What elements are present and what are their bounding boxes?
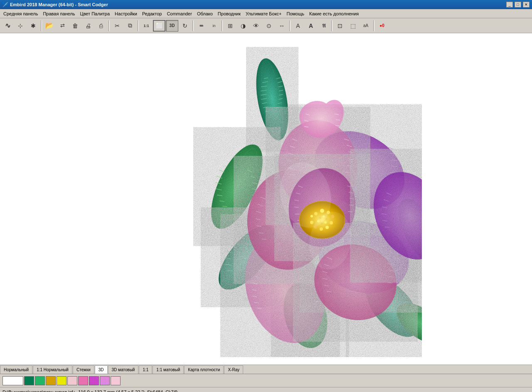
copy-btn[interactable]: ⧉ — [124, 20, 136, 32]
color-swatch-gold[interactable] — [46, 376, 56, 385]
zoom-3d-btn[interactable]: 3D — [166, 20, 178, 32]
tab-density-map[interactable]: Карта плотности — [184, 365, 224, 374]
menu-help[interactable]: Помощь — [284, 10, 307, 17]
zoom-1-1-btn[interactable]: 1:1 — [140, 20, 153, 32]
menu-right-panel[interactable]: Правая панель — [40, 10, 77, 17]
size-mm-btn[interactable]: ㎜ — [195, 20, 207, 32]
sep2 — [108, 20, 110, 31]
canvas-background — [0, 33, 532, 365]
menu-cloud[interactable]: Облако — [195, 10, 215, 17]
open-btn[interactable]: 📂 — [43, 20, 56, 32]
color-swatch-hot-pink[interactable] — [78, 376, 88, 385]
size-in-btn[interactable]: in — [208, 20, 220, 32]
menu-editor[interactable]: Редактор — [140, 10, 164, 17]
toolbar: ∿ ⊹ ✱ 📂 ⇄ 🗑 🖨 ⎙ ✂ ⧉ 1:1 ⬜ 3D ↻ ㎜ in ⊞ ◑ … — [0, 18, 532, 33]
menu-ultimate-box[interactable]: Ультимате Бокс+ — [243, 10, 284, 17]
copy2-btn[interactable]: ⊡ — [334, 20, 346, 32]
print-btn[interactable]: 🖨 — [82, 20, 94, 32]
menu-explorer[interactable]: Проводник — [215, 10, 243, 17]
tab-1-1-normal[interactable]: 1:1 Нормальный — [33, 365, 72, 374]
menu-addons[interactable]: Какие есть дополнения — [307, 10, 361, 17]
sep1 — [41, 20, 42, 31]
sep6 — [289, 20, 291, 31]
tab-1-1-matte[interactable]: 1:1 матовый — [153, 365, 184, 374]
tab-xray[interactable]: X-Ray — [224, 365, 243, 374]
print2-btn[interactable]: ⎙ — [95, 20, 107, 32]
color-swatch-light-purple[interactable] — [100, 376, 110, 385]
text-A-btn[interactable]: A — [292, 20, 304, 32]
color-tool-btn[interactable]: ◑ — [237, 20, 249, 32]
tab-normal[interactable]: Нормальный — [0, 365, 32, 374]
cut-btn[interactable]: ✂ — [111, 20, 123, 32]
menu-middle-panel[interactable]: Средняя панель — [1, 10, 40, 17]
sep3 — [138, 20, 139, 31]
close-btn[interactable]: ✕ — [523, 2, 530, 7]
multi-select-btn[interactable]: ✱ — [27, 20, 39, 32]
color-swatch-purple[interactable] — [89, 376, 99, 385]
color-swatch-yellow[interactable] — [57, 376, 66, 385]
text-A2-btn[interactable]: A — [305, 20, 317, 32]
zoom-rotate-btn[interactable]: ↻ — [179, 20, 191, 32]
embroidery-design — [110, 41, 422, 357]
delete-btn[interactable]: 🗑 — [69, 20, 81, 32]
flip-btn[interactable]: ↔ — [276, 20, 288, 32]
wave-tool-btn[interactable]: ∿ — [1, 20, 14, 32]
maximize-btn[interactable]: □ — [515, 2, 521, 7]
menu-color-palette[interactable]: Цвет Палитра — [78, 10, 113, 17]
menu-commander[interactable]: Commander — [164, 10, 195, 17]
zoom-fit-btn[interactable]: ⬜ — [153, 20, 165, 32]
color-swatch-medium-green[interactable] — [35, 376, 45, 385]
tab-bar: Нормальный 1:1 Нормальный Стежки 3D 3D м… — [0, 365, 532, 374]
font-size-btn[interactable]: aA — [360, 20, 372, 32]
sep8 — [373, 20, 374, 31]
main-canvas-area — [0, 33, 532, 365]
tab-3d[interactable]: 3D — [95, 365, 108, 374]
text-A3-btn[interactable]: 𝕬 — [318, 20, 330, 32]
eye2-btn[interactable]: ⊙ — [263, 20, 275, 32]
prop-btn[interactable]: ⬚ — [347, 20, 359, 32]
sep5 — [222, 20, 223, 31]
tab-stitches[interactable]: Стежки — [73, 365, 94, 374]
title-bar: 🪡 Embird 2018 Manager (64-bit) - Smart C… — [0, 0, 532, 9]
red-marker-btn[interactable]: ●0 — [376, 20, 388, 32]
color-swatch-dark-green[interactable] — [24, 376, 34, 385]
tab-1-1[interactable]: 1:1 — [139, 365, 152, 374]
app-title: Embird 2018 Manager (64-bit) - Smart Cod… — [10, 2, 108, 7]
sep4 — [192, 20, 194, 31]
color-swatch-pale-pink[interactable] — [111, 376, 121, 385]
color-swatch-light-pink[interactable] — [67, 376, 77, 385]
move-tool-btn[interactable]: ⊞ — [224, 20, 236, 32]
menu-settings[interactable]: Настройки — [112, 10, 140, 17]
status-bar: D:\Вышивка\народ\пион акрил.jef+, 116.0 … — [0, 387, 532, 392]
status-text: D:\Вышивка\народ\пион акрил.jef+, 116.0 … — [2, 390, 177, 392]
app-icon: 🪡 — [2, 2, 8, 7]
minimize-btn[interactable]: _ — [506, 2, 513, 7]
menu-bar: Средняя панель Правая панель Цвет Палитр… — [0, 9, 532, 18]
color-palette-bar — [0, 374, 532, 387]
select-tool-btn[interactable]: ⊹ — [14, 20, 27, 32]
sep7 — [331, 20, 332, 31]
eye-btn[interactable]: 👁 — [250, 20, 262, 32]
convert-btn[interactable]: ⇄ — [56, 20, 69, 32]
tab-3d-matte[interactable]: 3D матовый — [108, 365, 139, 374]
color-empty-swatch[interactable] — [2, 376, 23, 385]
